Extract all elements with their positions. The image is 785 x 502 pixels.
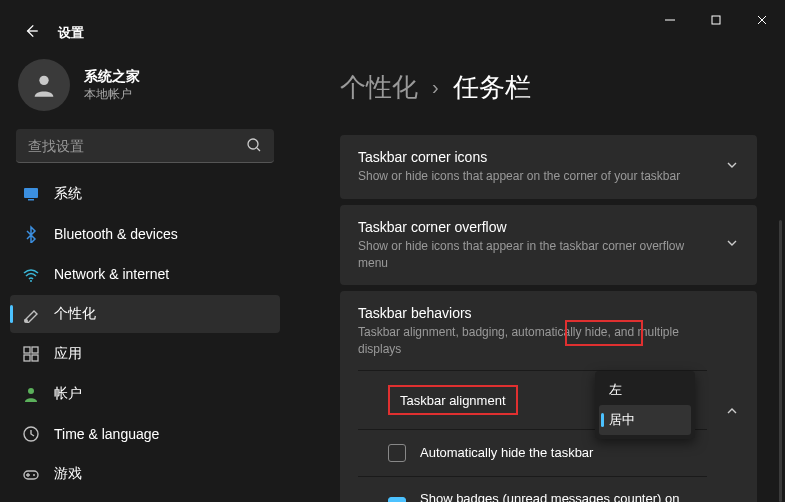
search-icon <box>246 137 262 157</box>
sidebar-item-label: Bluetooth & devices <box>54 226 178 242</box>
chevron-down-icon <box>725 236 739 254</box>
breadcrumb-parent[interactable]: 个性化 <box>340 70 418 105</box>
auto-hide-label: Automatically hide the taskbar <box>420 445 593 460</box>
grid-icon <box>22 345 40 363</box>
checkbox-auto-hide[interactable] <box>388 444 406 462</box>
chevron-up-icon <box>725 404 739 422</box>
sidebar-item-label: 应用 <box>54 345 82 363</box>
titlebar <box>0 0 785 40</box>
card-taskbar-corner-overflow[interactable]: Taskbar corner overflow Show or hide ico… <box>340 205 757 286</box>
card-title: Taskbar corner overflow <box>358 219 707 235</box>
cards: Taskbar corner icons Show or hide icons … <box>340 135 757 502</box>
alignment-option-left[interactable]: 左 <box>599 375 691 405</box>
alignment-dropdown[interactable]: 左 居中 <box>595 371 695 439</box>
clock-icon <box>22 425 40 443</box>
search-input[interactable] <box>16 129 274 163</box>
svg-point-19 <box>33 474 35 476</box>
sidebar-item-gamepad[interactable]: 游戏 <box>10 455 280 493</box>
person-icon <box>22 385 40 403</box>
page-title: 任务栏 <box>453 70 531 105</box>
back-button[interactable] <box>22 22 40 44</box>
card-subtitle: Taskbar alignment, badging, automaticall… <box>358 324 707 358</box>
avatar <box>18 59 70 111</box>
scrollbar[interactable] <box>779 220 782 502</box>
row-show-badges[interactable]: Show badges (unread messages counter) on… <box>358 477 707 502</box>
card-title: Taskbar behaviors <box>358 305 707 321</box>
sidebar-item-label: 帐户 <box>54 385 82 403</box>
sidebar-item-label: Network & internet <box>54 266 169 282</box>
svg-point-6 <box>248 139 258 149</box>
svg-point-10 <box>30 280 32 282</box>
card-taskbar-corner-icons[interactable]: Taskbar corner icons Show or hide icons … <box>340 135 757 199</box>
svg-rect-1 <box>712 16 720 24</box>
monitor-icon <box>22 185 40 203</box>
maximize-button[interactable] <box>693 4 739 36</box>
svg-line-7 <box>257 148 260 151</box>
wifi-icon <box>22 265 40 283</box>
nav-list: 系统Bluetooth & devicesNetwork & internet个… <box>10 175 280 502</box>
header: 设置 <box>22 22 84 44</box>
svg-rect-14 <box>24 355 30 361</box>
sidebar-item-monitor[interactable]: 系统 <box>10 175 280 213</box>
svg-rect-12 <box>24 347 30 353</box>
sidebar-item-label: 个性化 <box>54 305 96 323</box>
sidebar: 系统之家 本地帐户 系统Bluetooth & devicesNetwork &… <box>0 40 290 502</box>
app-title: 设置 <box>58 24 84 42</box>
close-button[interactable] <box>739 4 785 36</box>
bluetooth-icon <box>22 225 40 243</box>
user-account-type: 本地帐户 <box>84 86 140 103</box>
main-panel: 个性化 › 任务栏 Taskbar corner icons Show or h… <box>290 40 785 502</box>
sidebar-item-accessibility[interactable]: 辅助功能 <box>10 495 280 502</box>
sidebar-item-wifi[interactable]: Network & internet <box>10 255 280 293</box>
breadcrumb: 个性化 › 任务栏 <box>340 70 757 105</box>
search-box <box>16 129 274 163</box>
sidebar-item-label: 系统 <box>54 185 82 203</box>
svg-rect-9 <box>28 199 34 201</box>
show-badges-label: Show badges (unread messages counter) on… <box>420 491 680 502</box>
svg-point-16 <box>28 388 34 394</box>
gamepad-icon <box>22 465 40 483</box>
svg-point-11 <box>24 319 28 323</box>
row-taskbar-alignment: Taskbar alignment 左 居中 <box>358 371 707 430</box>
taskbar-alignment-label: Taskbar alignment <box>388 385 518 415</box>
chevron-down-icon <box>725 158 739 176</box>
card-subtitle: Show or hide icons that appear in the ta… <box>358 238 707 272</box>
svg-point-5 <box>39 76 48 85</box>
card-title: Taskbar corner icons <box>358 149 707 165</box>
sidebar-item-label: Time & language <box>54 426 159 442</box>
card-subtitle: Show or hide icons that appear on the co… <box>358 168 707 185</box>
sidebar-item-person[interactable]: 帐户 <box>10 375 280 413</box>
brush-icon <box>22 305 40 323</box>
checkbox-show-badges[interactable] <box>388 497 406 502</box>
minimize-button[interactable] <box>647 4 693 36</box>
svg-rect-15 <box>32 355 38 361</box>
svg-rect-13 <box>32 347 38 353</box>
row-auto-hide[interactable]: Automatically hide the taskbar <box>358 430 707 477</box>
chevron-right-icon: › <box>432 76 439 99</box>
sidebar-item-clock[interactable]: Time & language <box>10 415 280 453</box>
card-taskbar-behaviors[interactable]: Taskbar behaviors Taskbar alignment, bad… <box>340 291 757 502</box>
user-block[interactable]: 系统之家 本地帐户 <box>10 55 280 129</box>
user-name: 系统之家 <box>84 68 140 86</box>
sidebar-item-grid[interactable]: 应用 <box>10 335 280 373</box>
sidebar-item-brush[interactable]: 个性化 <box>10 295 280 333</box>
svg-rect-8 <box>24 188 38 198</box>
sidebar-item-bluetooth[interactable]: Bluetooth & devices <box>10 215 280 253</box>
sidebar-item-label: 游戏 <box>54 465 82 483</box>
